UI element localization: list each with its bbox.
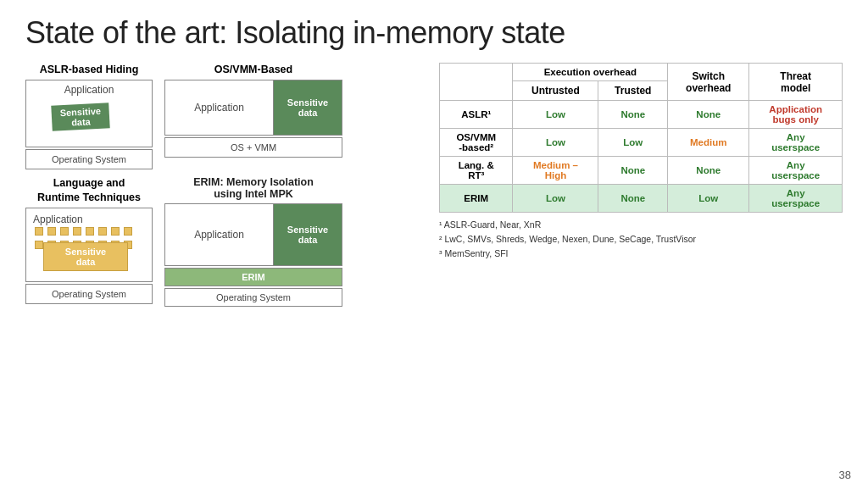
switch-overhead-header: Switchoverhead bbox=[668, 64, 749, 101]
osvmm-untrusted: Low bbox=[513, 129, 598, 157]
osvmm-app-text: Application bbox=[165, 80, 274, 135]
erim-diagram: ERIM: Memory Isolationusing Intel MPK Ap… bbox=[164, 176, 342, 307]
diagrams-area: ASLR-based Hiding Application Sensitived… bbox=[25, 63, 432, 307]
diagrams-bottom-row: Language andRuntime Techniques Applicati… bbox=[25, 176, 432, 307]
lang-threat: Anyuserspace bbox=[749, 157, 843, 185]
erim-box: Application Sensitivedata bbox=[164, 203, 342, 266]
content-area: ASLR-based Hiding Application Sensitived… bbox=[25, 63, 843, 307]
aslr-untrusted: Low bbox=[513, 101, 598, 129]
comparison-table: Execution overhead Switchoverhead Threat… bbox=[439, 63, 843, 213]
erim-app-text: Application bbox=[165, 204, 274, 265]
aslr-sensitive: Sensitivedata bbox=[51, 103, 110, 131]
erim-row-label: ERIM bbox=[440, 185, 513, 213]
trusted-header: Trusted bbox=[598, 81, 668, 101]
erim-mid: ERIM bbox=[164, 268, 342, 286]
footnotes: ¹ ASLR-Guard, Near, XnR ² LwC, SMVs, Shr… bbox=[439, 218, 843, 260]
exec-overhead-header: Execution overhead bbox=[513, 64, 668, 81]
slide-title: State of the art: Isolating in-memory st… bbox=[25, 15, 843, 51]
diagrams-top-row: ASLR-based Hiding Application Sensitived… bbox=[25, 63, 432, 169]
osvmm-box: Application Sensitivedata bbox=[164, 80, 342, 136]
aslr-switch: None bbox=[668, 101, 749, 129]
aslr-trusted: None bbox=[598, 101, 668, 129]
osvmm-os: OS + VMM bbox=[164, 137, 342, 158]
osvmm-threat: Anyuserspace bbox=[749, 129, 843, 157]
aslr-os: Operating System bbox=[25, 149, 153, 169]
table-area: Execution overhead Switchoverhead Threat… bbox=[432, 63, 843, 307]
osvmm-diagram: OS/VMM-Based Application Sensitivedata O… bbox=[164, 63, 342, 169]
footnote-1: ¹ ASLR-Guard, Near, XnR bbox=[439, 218, 843, 232]
lang-label: Language andRuntime Techniques bbox=[37, 176, 141, 204]
lang-os: Operating System bbox=[25, 284, 153, 304]
lang-row-label: Lang. &RT³ bbox=[440, 157, 513, 185]
page-number: 38 bbox=[839, 469, 851, 481]
slide: State of the art: Isolating in-memory st… bbox=[0, 0, 868, 488]
erim-trusted: None bbox=[598, 185, 668, 213]
aslr-label: ASLR-based Hiding bbox=[40, 63, 139, 76]
table-row: Lang. &RT³ Medium –High None None Anyuse… bbox=[440, 157, 843, 185]
osvmm-trusted: Low bbox=[598, 129, 668, 157]
aslr-threat: Applicationbugs only bbox=[749, 101, 843, 129]
lang-trusted: None bbox=[598, 157, 668, 185]
aslr-app-text: Application bbox=[64, 84, 114, 96]
osvmm-switch: Medium bbox=[668, 129, 749, 157]
aslr-diagram: ASLR-based Hiding Application Sensitived… bbox=[25, 63, 153, 169]
erim-switch: Low bbox=[668, 185, 749, 213]
footnote-2: ² LwC, SMVs, Shreds, Wedge, Nexen, Dune,… bbox=[439, 232, 843, 247]
osvmm-label: OS/VMM-Based bbox=[214, 63, 292, 76]
table-row: OS/VMM-based² Low Low Medium Anyuserspac… bbox=[440, 129, 843, 157]
table-row: ERIM Low None Low Anyuserspace bbox=[440, 185, 843, 213]
lang-box: Application bbox=[25, 208, 153, 282]
erim-untrusted: Low bbox=[513, 185, 598, 213]
footnote-3: ³ MemSentry, SFI bbox=[439, 247, 843, 261]
osvmm-row-label: OS/VMM-based² bbox=[440, 129, 513, 157]
lang-sensitive: Sensitivedata bbox=[43, 242, 128, 271]
erim-label: ERIM: Memory Isolationusing Intel MPK bbox=[164, 176, 342, 200]
aslr-box: Application Sensitivedata bbox=[25, 80, 153, 147]
aslr-row-label: ASLR¹ bbox=[440, 101, 513, 129]
erim-os: Operating System bbox=[164, 288, 342, 307]
erim-threat: Anyuserspace bbox=[749, 185, 843, 213]
threat-model-header: Threatmodel bbox=[749, 64, 843, 101]
lang-diagram: Language andRuntime Techniques Applicati… bbox=[25, 176, 153, 307]
table-row: ASLR¹ Low None None Applicationbugs only bbox=[440, 101, 843, 129]
lang-switch: None bbox=[668, 157, 749, 185]
untrusted-header: Untrusted bbox=[513, 81, 598, 101]
erim-sensitive: Sensitivedata bbox=[274, 204, 342, 265]
osvmm-sensitive: Sensitivedata bbox=[274, 80, 342, 135]
lang-untrusted: Medium –High bbox=[513, 157, 598, 185]
